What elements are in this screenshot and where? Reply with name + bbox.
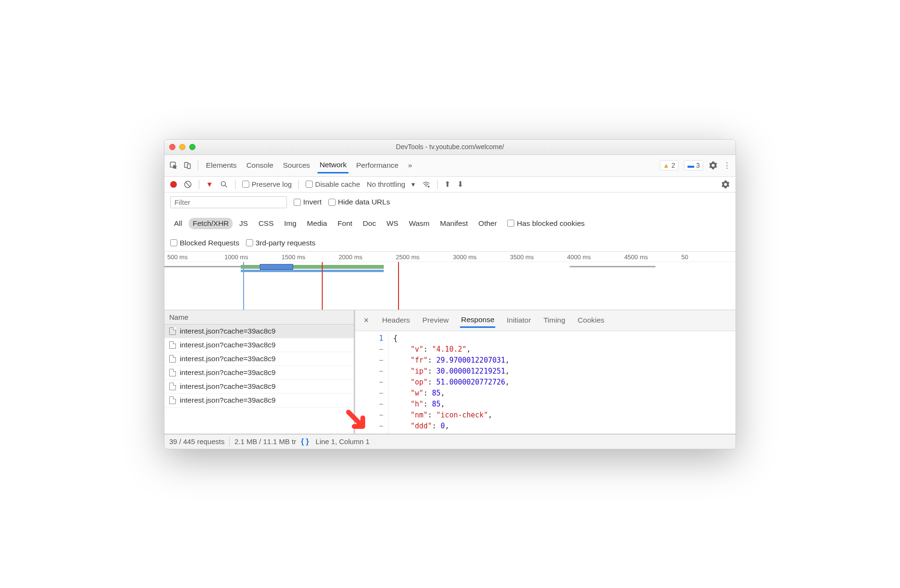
main-toolbar: Elements Console Sources Network Perform… [164, 155, 736, 177]
invert-checkbox[interactable]: Invert [294, 198, 322, 206]
panel-gear-icon[interactable] [721, 180, 730, 189]
document-icon [169, 341, 176, 349]
tick: 4500 ms [621, 253, 678, 261]
timeline-track[interactable] [164, 262, 736, 310]
request-name: interest.json?cache=39ac8c9 [180, 341, 276, 349]
preserve-log-checkbox[interactable]: Preserve log [242, 180, 292, 188]
filter-type-all[interactable]: All [170, 218, 186, 229]
status-bar: 39 / 445 requests 2.1 MB / 11.1 MB tr { … [164, 434, 736, 449]
document-icon [169, 369, 176, 376]
list-header-name[interactable]: Name [164, 310, 354, 324]
request-count: 39 / 445 requests [169, 437, 225, 446]
tick: 2500 ms [393, 253, 450, 261]
document-icon [169, 396, 176, 404]
filter-type-doc[interactable]: Doc [359, 218, 380, 229]
request-row[interactable]: interest.json?cache=39ac8c9 [164, 338, 354, 352]
tick: 3500 ms [507, 253, 564, 261]
tab-headers[interactable]: Headers [381, 314, 411, 327]
tick: 1000 ms [222, 253, 279, 261]
hide-data-checkbox[interactable]: Hide data URLs [328, 198, 390, 206]
third-party-checkbox[interactable]: 3rd-party requests [246, 239, 316, 247]
request-row[interactable]: interest.json?cache=39ac8c9 [164, 380, 354, 394]
request-name: interest.json?cache=39ac8c9 [180, 355, 276, 363]
split-pane: Name interest.json?cache=39ac8c9interest… [164, 310, 736, 434]
network-toolbar: ▼ Preserve log Disable cache No throttli… [164, 177, 736, 193]
filter-type-font[interactable]: Font [334, 218, 356, 229]
filter-input[interactable] [170, 196, 287, 208]
filter-type-other[interactable]: Other [475, 218, 501, 229]
filter-type-fetch-xhr[interactable]: Fetch/XHR [189, 218, 233, 229]
tick: 1500 ms [279, 253, 336, 261]
upload-icon[interactable]: ⬆ [444, 180, 450, 189]
tab-initiator[interactable]: Initiator [506, 314, 532, 327]
request-row[interactable]: interest.json?cache=39ac8c9 [164, 366, 354, 380]
devtools-window: DevTools - tv.youtube.com/welcome/ Eleme… [164, 139, 736, 449]
detail-tabs: × Headers Preview Response Initiator Tim… [355, 310, 736, 331]
request-name: interest.json?cache=39ac8c9 [180, 396, 276, 405]
record-icon[interactable] [170, 181, 177, 188]
tab-more[interactable]: » [406, 158, 414, 172]
request-row[interactable]: interest.json?cache=39ac8c9 [164, 324, 354, 338]
tick: 4000 ms [564, 253, 622, 261]
svg-point-5 [428, 186, 429, 187]
close-icon[interactable]: × [362, 315, 371, 325]
request-name: interest.json?cache=39ac8c9 [180, 382, 276, 391]
transfer-size: 2.1 MB / 11.1 MB tr [235, 437, 296, 446]
wifi-icon[interactable] [422, 180, 430, 189]
document-icon [169, 383, 176, 390]
throttling-select[interactable]: No throttling ▾ [367, 180, 415, 189]
detail-pane: × Headers Preview Response Initiator Tim… [355, 310, 736, 434]
inspect-icon[interactable] [169, 161, 178, 170]
search-icon[interactable] [220, 180, 228, 189]
request-row[interactable]: interest.json?cache=39ac8c9 [164, 352, 354, 366]
pretty-print-button[interactable]: { } [301, 437, 309, 446]
tab-console[interactable]: Console [245, 158, 276, 172]
disable-cache-checkbox[interactable]: Disable cache [306, 180, 360, 188]
filter-icon[interactable]: ▼ [206, 180, 213, 188]
has-blocked-checkbox[interactable]: Has blocked cookies [507, 219, 584, 228]
request-row[interactable]: interest.json?cache=39ac8c9 [164, 394, 354, 407]
tab-elements[interactable]: Elements [204, 158, 239, 172]
tick: 500 ms [164, 253, 222, 261]
tab-sources[interactable]: Sources [281, 158, 312, 172]
cursor-position: Line 1, Column 1 [316, 437, 369, 446]
tab-performance[interactable]: Performance [354, 158, 400, 172]
tab-preview[interactable]: Preview [421, 314, 450, 327]
clear-icon[interactable] [184, 180, 192, 189]
filter-type-js[interactable]: JS [235, 218, 252, 229]
messages-badge[interactable]: ▬3 [684, 160, 703, 171]
filter-row: Invert Hide data URLs AllFetch/XHRJSCSSI… [164, 193, 736, 252]
tab-cookies[interactable]: Cookies [577, 314, 605, 327]
filter-type-css[interactable]: CSS [255, 218, 277, 229]
timeline[interactable]: 500 ms1000 ms1500 ms2000 ms2500 ms3000 m… [164, 252, 736, 310]
filter-type-ws[interactable]: WS [383, 218, 402, 229]
tick: 50 [678, 253, 736, 261]
tick: 3000 ms [450, 253, 507, 261]
filter-type-media[interactable]: Media [303, 218, 331, 229]
warnings-badge[interactable]: ▲2 [660, 160, 679, 171]
svg-rect-2 [187, 164, 190, 169]
filter-type-manifest[interactable]: Manifest [436, 218, 472, 229]
titlebar: DevTools - tv.youtube.com/welcome/ [164, 140, 736, 155]
filter-type-wasm[interactable]: Wasm [405, 218, 433, 229]
gear-icon[interactable] [709, 161, 717, 170]
document-icon [169, 355, 176, 363]
tab-response[interactable]: Response [460, 313, 495, 328]
tab-network[interactable]: Network [317, 158, 348, 173]
filter-type-img[interactable]: Img [280, 218, 300, 229]
request-name: interest.json?cache=39ac8c9 [180, 327, 276, 335]
device-icon[interactable] [184, 161, 192, 170]
document-icon [169, 327, 176, 335]
svg-point-4 [221, 182, 225, 186]
download-icon[interactable]: ⬇ [457, 180, 463, 189]
request-list: Name interest.json?cache=39ac8c9interest… [164, 310, 355, 434]
tick: 2000 ms [336, 253, 393, 261]
blocked-req-checkbox[interactable]: Blocked Requests [170, 239, 239, 247]
tab-timing[interactable]: Timing [542, 314, 566, 327]
window-title: DevTools - tv.youtube.com/welcome/ [164, 143, 736, 151]
kebab-icon[interactable]: ⋮ [723, 161, 731, 170]
request-name: interest.json?cache=39ac8c9 [180, 368, 276, 377]
response-code[interactable]: 1−−−−−−−− { "v": "4.10.2", "fr": 29.9700… [355, 331, 736, 434]
